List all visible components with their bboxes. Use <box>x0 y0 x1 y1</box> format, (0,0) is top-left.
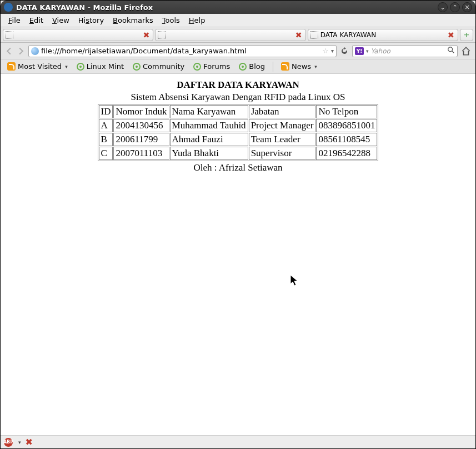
address-toolbar: file:///home/rijalsetiawan/Document/data… <box>1 43 475 59</box>
menu-view-label: iew <box>57 16 69 24</box>
cell-name: Ahmad Fauzi <box>170 133 248 146</box>
titlebar: DATA KARYAWAN - Mozilla Firefox ⌄ ⌃ ✕ <box>1 1 475 14</box>
cell-ni: 200611799 <box>113 133 169 146</box>
menu-history[interactable]: History <box>74 15 108 26</box>
close-icon[interactable]: ✖ <box>26 437 33 447</box>
bookmark-most-visited[interactable]: Most Visited ▾ <box>4 61 71 72</box>
svg-line-1 <box>452 51 454 53</box>
employee-table: ID Nomor Induk Nama Karyawan Jabatan No … <box>98 104 379 161</box>
col-id: ID <box>99 105 113 118</box>
cell-phone: 02196542288 <box>316 147 377 160</box>
bookmark-forums-label: Forums <box>203 62 230 71</box>
tab-3-active[interactable]: DATA KARYAWAN ✖ <box>308 29 458 41</box>
menu-bookmarks[interactable]: Bookmarks <box>108 15 158 26</box>
table-row: A 2004130456 Muhammad Tauhid Project Man… <box>99 119 378 132</box>
chevron-down-icon: ▾ <box>314 64 317 69</box>
bookmarks-toolbar: Most Visited ▾ Linux Mint Community Foru… <box>1 59 475 74</box>
svg-point-0 <box>448 47 453 52</box>
yahoo-icon: Y! <box>355 47 364 55</box>
page-body: DAFTAR DATA KARYAWAN Sistem Absensi Kary… <box>1 79 475 173</box>
menu-tools-label: ools <box>165 16 179 24</box>
bookmark-forums[interactable]: Forums <box>190 61 233 72</box>
cell-phone: 08561108545 <box>316 133 377 146</box>
toolbar-divider <box>273 62 273 72</box>
menu-edit[interactable]: Edit <box>25 15 48 26</box>
mint-icon <box>77 63 84 71</box>
table-header-row: ID Nomor Induk Nama Karyawan Jabatan No … <box>99 105 378 118</box>
menu-history-label: tory <box>89 16 104 24</box>
menu-view[interactable]: View <box>48 15 74 26</box>
url-input[interactable]: file:///home/rijalsetiawan/Document/data… <box>28 45 337 57</box>
search-engine-dropdown-icon[interactable]: ▾ <box>366 48 369 54</box>
content-area: DAFTAR DATA KARYAWAN Sistem Absensi Kary… <box>1 74 475 435</box>
bookmark-news-label: News <box>292 62 311 71</box>
page-author: Oleh : Afrizal Setiawan <box>1 162 475 173</box>
cell-pos: Project Manager <box>249 119 316 132</box>
cell-id: B <box>99 133 113 146</box>
bookmark-linux-mint[interactable]: Linux Mint <box>73 61 127 72</box>
menu-edit-label: dit <box>34 16 43 24</box>
cell-id: A <box>99 119 113 132</box>
close-window-button[interactable]: ✕ <box>462 2 472 12</box>
tab-1-close-icon[interactable]: ✖ <box>142 31 151 39</box>
cell-ni: 2004130456 <box>113 119 169 132</box>
tab-2[interactable]: ✖ <box>155 29 305 41</box>
chevron-down-icon: ▾ <box>65 64 68 69</box>
col-nama: Nama Karyawan <box>170 105 248 118</box>
bookmark-blog-label: Blog <box>249 62 265 71</box>
minimize-button[interactable]: ⌄ <box>438 2 448 12</box>
search-placeholder: Yahoo <box>371 47 445 55</box>
table-row: B 200611799 Ahmad Fauzi Team Leader 0856… <box>99 133 378 146</box>
search-input[interactable]: Y! ▾ Yahoo <box>352 45 458 57</box>
menu-bookmarks-label: ookmarks <box>118 16 153 24</box>
browser-window: DATA KARYAWAN - Mozilla Firefox ⌄ ⌃ ✕ Fi… <box>0 0 476 449</box>
cell-pos: Team Leader <box>249 133 316 146</box>
mint-icon <box>239 63 247 71</box>
search-icon[interactable] <box>447 46 455 56</box>
cell-phone: 083896851001 <box>316 119 377 132</box>
back-button[interactable] <box>4 46 14 56</box>
table-row: C 2007011103 Yuda Bhakti Supervisor 0219… <box>99 147 378 160</box>
tab-strip: ✖ ✖ DATA KARYAWAN ✖ + <box>1 27 475 43</box>
bookmark-linux-mint-label: Linux Mint <box>87 62 124 71</box>
home-button[interactable] <box>460 45 472 57</box>
mint-icon <box>133 63 141 71</box>
page-subtitle: Sistem Absensi Karyawan Dengan RFID pada… <box>1 92 475 103</box>
globe-icon <box>31 47 39 55</box>
cell-name: Yuda Bhakti <box>170 147 248 160</box>
tab-1-favicon <box>6 31 13 39</box>
tab-3-close-icon[interactable]: ✖ <box>447 31 455 39</box>
bookmark-news[interactable]: News ▾ <box>278 61 320 72</box>
reload-button[interactable] <box>339 46 350 57</box>
menu-tools[interactable]: Tools <box>158 15 184 26</box>
menu-help-label: elp <box>194 16 206 24</box>
menu-file[interactable]: File <box>4 15 25 26</box>
bookmark-community[interactable]: Community <box>129 61 188 72</box>
bookmark-blog[interactable]: Blog <box>236 61 268 72</box>
mint-icon <box>193 63 201 71</box>
adblock-icon[interactable]: ABP <box>4 438 13 447</box>
maximize-button[interactable]: ⌃ <box>450 2 460 12</box>
url-text: file:///home/rijalsetiawan/Document/data… <box>41 47 320 55</box>
menubar: File Edit View History Bookmarks Tools H… <box>1 14 475 27</box>
bookmark-community-label: Community <box>143 62 184 71</box>
feed-icon <box>7 62 16 71</box>
col-nomor-induk: Nomor Induk <box>113 105 169 118</box>
cell-name: Muhammad Tauhid <box>170 119 248 132</box>
url-dropdown-icon[interactable]: ▾ <box>331 48 334 54</box>
cell-ni: 2007011103 <box>113 147 169 160</box>
tab-2-close-icon[interactable]: ✖ <box>294 31 303 39</box>
tab-3-label: DATA KARYAWAN <box>320 31 444 39</box>
page-title: DAFTAR DATA KARYAWAN <box>1 79 475 91</box>
menu-file-label: ile <box>12 16 21 24</box>
bookmark-most-visited-label: Most Visited <box>18 62 62 71</box>
col-jabatan: Jabatan <box>249 105 316 118</box>
chevron-down-icon[interactable]: ▾ <box>18 440 21 445</box>
forward-button[interactable] <box>16 46 26 56</box>
bookmark-star-icon[interactable]: ☆ <box>322 47 329 55</box>
tab-2-favicon <box>158 31 166 39</box>
tab-1[interactable]: ✖ <box>3 29 153 41</box>
new-tab-button[interactable]: + <box>460 29 473 41</box>
firefox-icon <box>4 3 13 12</box>
menu-help[interactable]: Help <box>184 15 210 26</box>
